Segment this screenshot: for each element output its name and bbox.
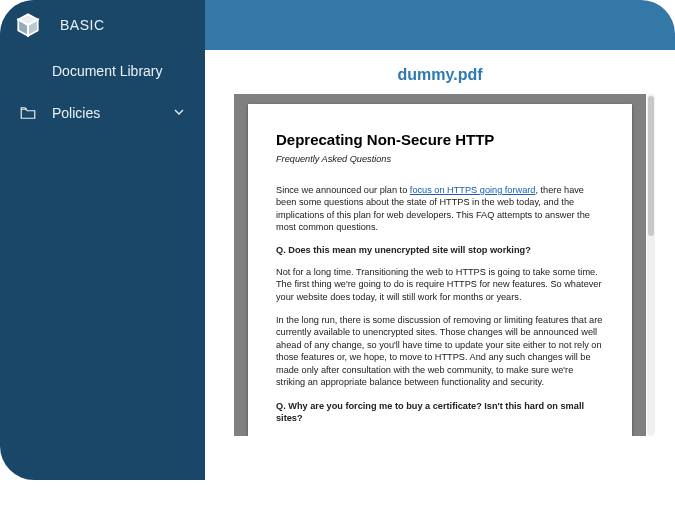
scrollbar-vertical[interactable] <box>647 94 655 436</box>
doc-heading: Deprecating Non-Secure HTTP <box>276 130 604 150</box>
doc-intro: Since we announced our plan to focus on … <box>276 184 604 234</box>
app-window: BASIC Document Library Policies dummy.pd… <box>0 0 675 510</box>
chevron-down-icon <box>171 104 187 123</box>
pdf-viewer-wrap: Deprecating Non-Secure HTTP Frequently A… <box>234 94 646 436</box>
doc-answer-1-p2: In the long run, there is some discussio… <box>276 314 604 389</box>
pdf-page: Deprecating Non-Secure HTTP Frequently A… <box>248 104 632 436</box>
sidebar-item-policies[interactable]: Policies <box>0 92 205 134</box>
https-link[interactable]: focus on HTTPS going forward <box>410 185 536 195</box>
document-filename: dummy.pdf <box>397 50 482 94</box>
scrollbar-thumb[interactable] <box>648 96 654 236</box>
cube-icon <box>14 12 42 38</box>
doc-subtitle: Frequently Asked Questions <box>276 153 604 165</box>
text: Since we announced our plan to <box>276 185 410 195</box>
sidebar-item-label: Document Library <box>42 63 163 79</box>
sidebar: BASIC Document Library Policies <box>0 0 205 480</box>
doc-question-1: Q. Does this mean my unencrypted site wi… <box>276 244 604 256</box>
sidebar-header: BASIC <box>0 0 205 50</box>
main-content: dummy.pdf Deprecating Non-Secure HTTP Fr… <box>205 50 675 510</box>
folder-icon <box>14 104 42 122</box>
doc-answer-1-p1: Not for a long time. Transitioning the w… <box>276 266 604 303</box>
sidebar-item-label: Policies <box>42 105 100 121</box>
doc-question-2: Q. Why are you forcing me to buy a certi… <box>276 400 604 425</box>
sidebar-header-label: BASIC <box>42 17 105 33</box>
pdf-viewer[interactable]: Deprecating Non-Secure HTTP Frequently A… <box>234 94 646 436</box>
sidebar-item-document-library[interactable]: Document Library <box>0 50 205 92</box>
